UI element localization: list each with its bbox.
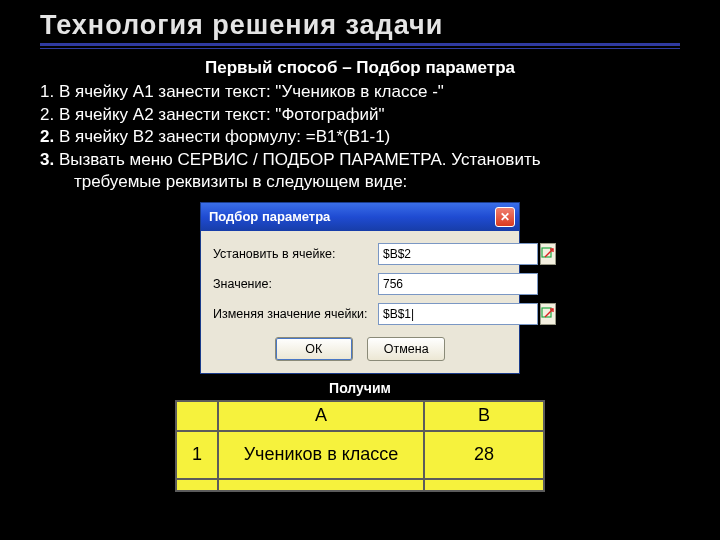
row-value: Значение: — [213, 273, 507, 295]
cancel-button[interactable]: Отмена — [367, 337, 445, 361]
dialog-body: Установить в ячейке: Значение: Изменяя з… — [201, 231, 519, 373]
table-row: 1 Учеников в классе 28 — [176, 431, 544, 479]
dialog-title-text: Подбор параметра — [209, 209, 330, 224]
title-rule — [40, 43, 680, 49]
table-row — [176, 479, 544, 491]
table-header-row: A B — [176, 401, 544, 431]
row-set-cell: Установить в ячейке: — [213, 243, 507, 265]
close-icon: ✕ — [500, 210, 510, 224]
line-1: 1. В ячейку А1 занести текст: "Учеников … — [40, 81, 680, 103]
subtitle: Первый способ – Подбор параметра — [40, 57, 680, 79]
body-text: Первый способ – Подбор параметра 1. В яч… — [40, 57, 680, 194]
header-col-a: A — [218, 401, 424, 431]
dialog-buttons: ОК Отмена — [213, 333, 507, 363]
label-value: Значение: — [213, 277, 378, 291]
result-label: Получим — [40, 380, 680, 396]
goal-seek-dialog: Подбор параметра ✕ Установить в ячейке: … — [200, 202, 520, 374]
row1-b: 28 — [424, 431, 544, 479]
row2-num — [176, 479, 218, 491]
line-4: 3. Вызвать меню СЕРВИС / ПОДБОР ПАРАМЕТР… — [40, 149, 680, 171]
result-table: A B 1 Учеников в классе 28 — [175, 400, 545, 492]
input-set-cell[interactable] — [378, 243, 538, 265]
line-5: требуемые реквизиты в следующем виде: — [40, 171, 680, 193]
row2-a — [218, 479, 424, 491]
slide-title: Технология решения задачи — [40, 10, 680, 41]
line-3: 2. В ячейку В2 занести формулу: =В1*(В1-… — [40, 126, 680, 148]
header-col-b: B — [424, 401, 544, 431]
row1-a: Учеников в классе — [218, 431, 424, 479]
label-changing-cell: Изменяя значение ячейки: — [213, 307, 378, 321]
collapse-dialog-icon — [541, 247, 555, 261]
slide: Технология решения задачи Первый способ … — [0, 0, 720, 540]
close-button[interactable]: ✕ — [495, 207, 515, 227]
row1-num: 1 — [176, 431, 218, 479]
ref-picker-changing-cell[interactable] — [540, 303, 556, 325]
label-set-cell: Установить в ячейке: — [213, 247, 378, 261]
ref-picker-set-cell[interactable] — [540, 243, 556, 265]
line-2: 2. В ячейку А2 занести текст: "Фотографи… — [40, 104, 680, 126]
line-3-num: 2. — [40, 127, 59, 146]
line-4-num: 3. — [40, 150, 59, 169]
line-3-text: В ячейку В2 занести формулу: =В1*(В1-1) — [59, 127, 390, 146]
ok-button[interactable]: ОК — [275, 337, 353, 361]
input-changing-cell[interactable] — [378, 303, 538, 325]
header-blank — [176, 401, 218, 431]
row-changing-cell: Изменяя значение ячейки: — [213, 303, 507, 325]
collapse-dialog-icon — [541, 307, 555, 321]
line-4-text: Вызвать меню СЕРВИС / ПОДБОР ПАРАМЕТРА. … — [59, 150, 541, 169]
row2-b — [424, 479, 544, 491]
dialog-titlebar: Подбор параметра ✕ — [201, 203, 519, 231]
input-value[interactable] — [378, 273, 538, 295]
